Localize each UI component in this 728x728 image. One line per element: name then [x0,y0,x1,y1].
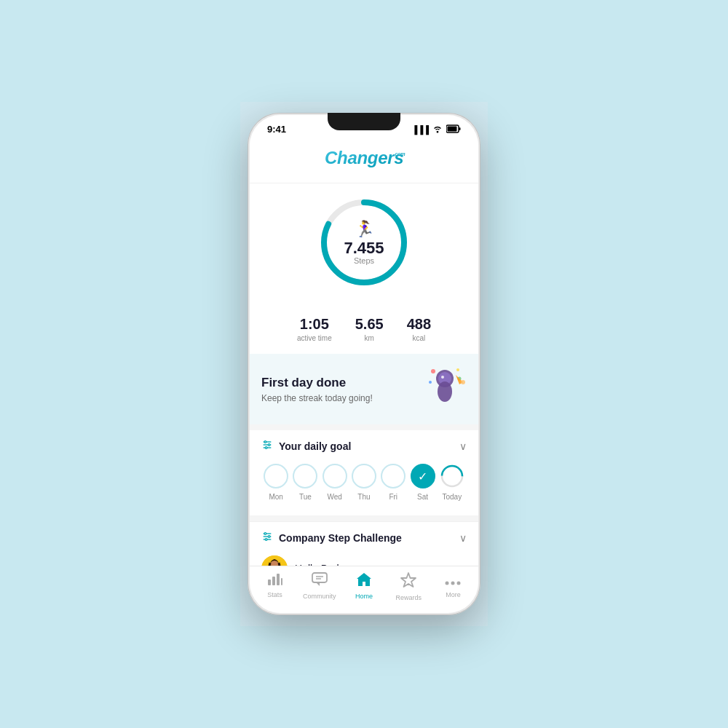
day-circle-wed [323,464,347,488]
day-item-today: Today [440,464,464,501]
nav-label-stats: Stats [267,591,282,598]
battery-icon [446,124,461,135]
day-circle-tue [293,464,317,488]
svg-marker-42 [316,582,320,586]
home-icon [356,572,372,590]
signal-icon: ▐▐▐ [412,125,429,134]
day-circle-today [440,464,464,488]
challenge-chevron[interactable]: ∨ [459,532,467,544]
divider-1 [250,424,478,430]
stats-icon [267,572,283,589]
nav-label-home: Home [355,593,373,600]
svg-text:Changers: Changers [325,148,403,167]
nav-item-more[interactable]: More [431,572,475,601]
achievement-banner: First day done Keep the streak today goi… [250,354,478,424]
user-avatar [261,555,288,566]
svg-point-46 [451,582,455,585]
phone-notch [328,113,400,130]
stat-km: 5.65 km [355,316,384,342]
phone-frame: 9:41 ▐▐▐ [248,113,480,615]
day-label-thu: Thu [357,493,370,501]
divider-2 [250,515,478,521]
svg-point-22 [265,447,267,449]
runner-emoji: 🏃‍♀️ [344,220,384,239]
achievement-mascot [423,364,467,414]
nav-label-more: More [446,591,461,598]
achievement-text: First day done Keep the streak today goi… [261,376,373,403]
svg-point-47 [457,582,461,585]
app-logo: Changers .com [261,145,467,175]
svg-rect-36 [272,577,275,585]
svg-point-12 [456,368,459,371]
stat-active-time: 1:05 active time [297,316,332,342]
km-label: km [355,334,384,342]
day-item-thu: Thu [352,464,376,501]
daily-goal-chevron[interactable]: ∨ [459,440,467,452]
svg-point-45 [446,582,449,585]
day-item-fri: Fri [381,464,405,501]
daily-goal-title: Your daily goal [279,440,351,452]
nav-item-rewards[interactable]: Rewards [387,572,431,601]
svg-rect-1 [459,127,461,130]
svg-rect-38 [281,578,282,585]
svg-point-29 [268,536,270,538]
day-item-wed: Wed [323,464,347,501]
km-value: 5.65 [355,316,384,333]
main-content: Changers .com [250,139,478,566]
phone-screen: 9:41 ▐▐▐ [250,115,478,613]
svg-marker-44 [401,573,416,587]
nav-item-stats[interactable]: Stats [253,572,297,601]
active-time-value: 1:05 [297,316,332,333]
day-label-mon: Mon [269,493,282,501]
svg-rect-35 [268,579,271,585]
day-item-mon: Mon [264,464,288,501]
rewards-icon [400,572,416,592]
svg-text:.com: .com [394,151,405,157]
challenge-user: Hello Barbara [261,555,467,566]
circle-inner: 🏃‍♀️ 7.455 Steps [344,220,384,265]
day-item-tue: Tue [293,464,317,501]
challenge-header[interactable]: Company Step Challenge ∨ [261,531,467,545]
svg-point-28 [264,533,266,535]
stat-kcal: 488 kcal [407,316,431,342]
status-icons: ▐▐▐ [412,124,461,135]
day-label-today: Today [442,493,462,501]
day-label-tue: Tue [299,493,312,501]
daily-goal-section: Your daily goal ∨ Mon [250,430,478,515]
wifi-icon [432,124,443,135]
daily-goal-title-row: Your daily goal [261,439,351,454]
nav-item-community[interactable]: Community [297,572,341,601]
daily-goal-header: Your daily goal ∨ [261,439,467,454]
svg-point-9 [438,381,452,402]
nav-label-rewards: Rewards [395,594,422,601]
kcal-value: 488 [407,316,431,333]
day-circle-thu [352,464,376,488]
steps-circle: 🏃‍♀️ 7.455 Steps [317,195,411,290]
community-icon [312,572,328,590]
svg-marker-43 [357,573,371,586]
challenge-title: Company Step Challenge [279,532,402,544]
steps-count: 7.455 [344,240,384,256]
day-item-sat: ✓ Sat [411,464,435,501]
nav-item-home[interactable]: Home [341,572,386,601]
steps-label: Steps [344,256,384,265]
svg-rect-2 [448,126,457,131]
challenge-sliders-icon [261,531,273,545]
achievement-title: First day done [261,376,373,390]
day-label-fri: Fri [389,493,397,501]
status-time: 9:41 [267,124,286,135]
kcal-label: kcal [407,334,431,342]
app-header: Changers .com [250,139,478,183]
svg-point-14 [429,381,432,384]
nav-label-community: Community [303,593,336,600]
sliders-icon [261,439,273,454]
challenge-title-row: Company Step Challenge [261,531,402,545]
more-icon [445,572,461,589]
day-label-sat: Sat [417,493,428,501]
svg-rect-37 [277,574,280,585]
active-time-label: active time [297,334,332,342]
svg-point-10 [441,376,444,379]
svg-point-11 [431,369,435,373]
stats-row: 1:05 active time 5.65 km 488 kcal [250,310,478,354]
day-circle-mon [264,464,288,488]
